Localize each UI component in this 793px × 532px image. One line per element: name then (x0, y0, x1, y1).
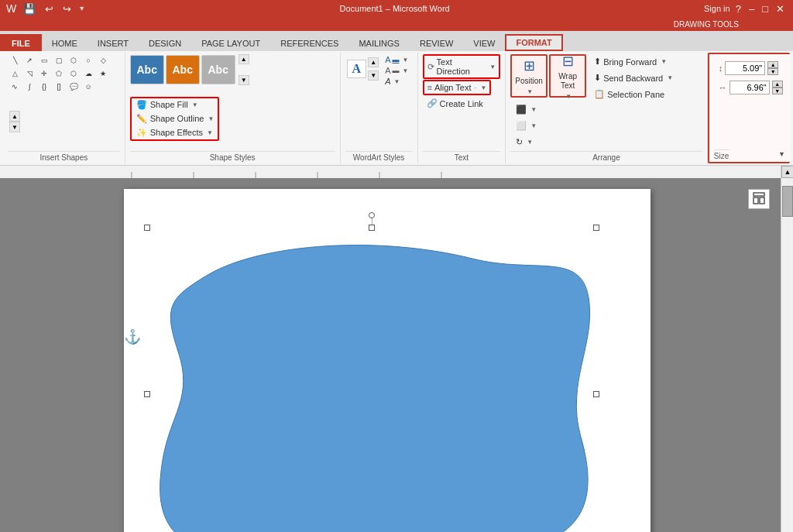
scroll-thumb[interactable] (782, 186, 793, 217)
style-abc-gray[interactable]: Abc (201, 55, 235, 84)
position-arrow[interactable]: ▼ (527, 88, 533, 95)
width-spin-down[interactable]: ▼ (772, 88, 783, 94)
wordart-a-btn[interactable]: A (347, 60, 367, 78)
text-effects-arrow[interactable]: ▼ (393, 78, 400, 85)
minimize-btn[interactable]: – (747, 3, 757, 15)
rotate-handle[interactable] (369, 212, 375, 218)
align-arrow[interactable]: ▼ (530, 106, 537, 113)
hex-icon[interactable]: ⬡ (67, 67, 81, 80)
wordart-scroll-up[interactable]: ▲ (368, 57, 379, 67)
text-direction-btn[interactable]: ⟳ Text Direction ▼ (423, 54, 501, 79)
tab-references[interactable]: REFERENCES (270, 34, 348, 51)
height-input[interactable] (725, 61, 765, 75)
style-scroll-down[interactable]: ▼ (239, 75, 249, 85)
shape-fill-btn[interactable]: 🪣 Shape Fill ▼ (132, 98, 218, 112)
tab-insert[interactable]: INSERT (88, 34, 139, 51)
droplet-icon[interactable]: ◇ (96, 54, 110, 67)
bracket-icon[interactable]: [] (52, 81, 66, 93)
position-btn[interactable]: ⊞ Position ▼ (510, 54, 548, 98)
wrap-text-btn[interactable]: ⊟ WrapText ▼ (549, 54, 586, 98)
handle-ml[interactable] (144, 391, 150, 397)
tab-format[interactable]: FORMAT (505, 34, 562, 51)
close-btn[interactable]: ✕ (774, 3, 787, 15)
shape-wrapper[interactable] (147, 228, 596, 532)
outline-dropdown[interactable]: ▼ (208, 115, 214, 122)
penta-icon[interactable]: ⬠ (52, 67, 66, 80)
tri-icon[interactable]: △ (8, 67, 22, 80)
width-spin-up[interactable]: ▲ (772, 81, 783, 88)
tab-mailings[interactable]: MAILINGS (348, 34, 410, 51)
text-outline-row[interactable]: A ▬ ▼ (384, 65, 409, 76)
plus-icon[interactable]: ✛ (37, 67, 51, 80)
rotate-btn[interactable]: ↻ ▼ (512, 135, 541, 149)
align-text-arrow[interactable]: ▼ (480, 84, 486, 91)
text-fill-arrow[interactable]: ▼ (402, 57, 408, 63)
create-link-btn[interactable]: 🔗 Create Link (423, 96, 487, 111)
text-direction-arrow[interactable]: ▼ (489, 63, 496, 70)
align-text-btn[interactable]: ≡ Align Text - ▼ (423, 80, 492, 95)
snip-icon[interactable]: ⬡ (67, 54, 81, 67)
undo-btn[interactable]: ↩ (43, 3, 56, 15)
handle-tl[interactable] (144, 225, 150, 231)
shape-effects-btn[interactable]: ✨ Shape Effects ▼ (132, 126, 218, 139)
tab-pagelayout[interactable]: PAGE LAYOUT (191, 34, 270, 51)
send-backward-arrow[interactable]: ▼ (667, 74, 673, 81)
style-scroll-up[interactable]: ▲ (239, 54, 249, 64)
right-tri-icon[interactable]: ◹ (22, 67, 36, 80)
sign-in[interactable]: Sign in (704, 4, 730, 13)
rotate-arrow[interactable]: ▼ (527, 139, 533, 146)
tab-view[interactable]: VIEW (463, 34, 505, 51)
shapes-scroll-down[interactable]: ▼ (9, 122, 20, 132)
fill-dropdown[interactable]: ▼ (192, 101, 198, 108)
handle-mr[interactable] (593, 391, 599, 397)
layout-btn[interactable] (748, 189, 770, 209)
brace-icon[interactable]: {} (37, 81, 51, 93)
line-icon[interactable]: ╲ (8, 54, 22, 67)
wordart-scroll-down[interactable]: ▼ (368, 70, 379, 81)
selection-pane-btn[interactable]: 📋 Selection Pane (590, 87, 677, 101)
scroll-up-btn[interactable]: ▲ (781, 166, 793, 178)
size-expand-btn[interactable]: ▼ (778, 150, 785, 158)
smiley-icon[interactable]: ☺ (81, 81, 95, 93)
bring-forward-btn[interactable]: ⬆ Bring Forward ▼ (590, 54, 677, 69)
height-spin-up[interactable]: ▲ (767, 61, 778, 68)
curve-icon[interactable]: ∿ (8, 81, 22, 93)
effects-dropdown[interactable]: ▼ (207, 129, 213, 136)
bring-forward-arrow[interactable]: ▼ (661, 58, 667, 65)
customize-btn[interactable]: ▼ (78, 5, 85, 12)
text-fill-row[interactable]: A ▬ ▼ (384, 54, 409, 65)
callout-icon[interactable]: 💬 (67, 81, 81, 93)
handle-tm[interactable] (369, 225, 375, 231)
scrollbar-vertical[interactable]: ▲ ▼ (781, 166, 793, 532)
redo-btn[interactable]: ↪ (60, 3, 74, 15)
arrow-icon[interactable]: ↗ (22, 54, 36, 67)
group-btn[interactable]: ⬜ ▼ (512, 118, 541, 133)
group-arrow[interactable]: ▼ (530, 122, 537, 129)
height-spin-down[interactable]: ▼ (767, 68, 778, 75)
freeform-icon[interactable]: ∫ (22, 81, 36, 93)
tab-home[interactable]: HOME (42, 34, 88, 51)
star-icon[interactable]: ★ (96, 67, 110, 80)
shape-outline-btn[interactable]: ✏️ Shape Outline ▼ (132, 112, 218, 125)
tab-file[interactable]: FILE (0, 34, 42, 51)
wrap-text-arrow[interactable]: ▼ (565, 93, 572, 100)
handle-tr[interactable] (593, 225, 599, 231)
align-btn[interactable]: ⬛ ▼ (512, 102, 541, 117)
style-abc-orange[interactable]: Abc (166, 55, 200, 84)
quick-save-btn[interactable]: 💾 (21, 3, 38, 15)
style-abc-blue[interactable]: Abc (130, 55, 164, 84)
width-input[interactable] (729, 81, 770, 94)
circle-icon[interactable]: ○ (81, 54, 95, 67)
cloud-icon[interactable]: ☁ (81, 67, 95, 80)
rect-icon[interactable]: ▭ (37, 54, 51, 67)
tab-design[interactable]: DESIGN (139, 34, 191, 51)
text-effects-row[interactable]: A ▼ (384, 76, 409, 87)
roundrect-icon[interactable]: ▢ (52, 54, 66, 67)
shapes-scroll-up[interactable]: ▲ (9, 111, 20, 122)
text-outline-arrow[interactable]: ▼ (402, 67, 408, 74)
restore-btn[interactable]: □ (760, 3, 771, 15)
send-backward-btn[interactable]: ⬇ Send Backward ▼ (590, 70, 677, 85)
ribbon-group-shape-styles: Abc Abc Abc ▲ ▼ 🪣 Shape Fill ▼ ✏️ Shape … (125, 53, 341, 163)
tab-review[interactable]: REVIEW (410, 34, 463, 51)
help-btn[interactable]: ? (733, 3, 743, 15)
